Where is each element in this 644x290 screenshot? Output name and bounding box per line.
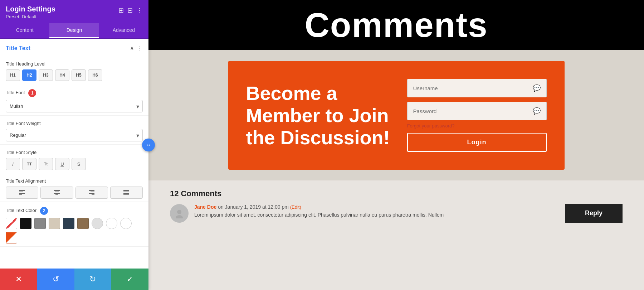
comment-author: Jane Doe	[194, 204, 216, 210]
tab-advanced[interactable]: Advanced	[99, 23, 148, 38]
svg-rect-14	[123, 193, 129, 194]
style-buttons: I TT Tt U S	[6, 158, 143, 170]
svg-rect-1	[19, 192, 23, 192]
username-icon: 💬	[533, 84, 541, 92]
comment-row: Jane Doe on January 1, 2019 at 12:00 pm …	[170, 204, 623, 223]
swatch-dark-blue[interactable]	[63, 218, 74, 229]
password-field-wrapper: 💬	[407, 102, 547, 120]
text-align-group: Title Text Alignment	[0, 173, 148, 202]
swatch-light-gray[interactable]	[92, 218, 103, 229]
avatar	[170, 204, 189, 223]
confirm-button[interactable]: ✓	[111, 269, 148, 290]
hero-section: Comments	[148, 0, 644, 50]
font-weight-select-wrapper: Regular Bold Light Medium SemiBold	[6, 129, 143, 141]
tab-design[interactable]: Design	[49, 23, 99, 38]
panel-bottom: ✕ ↺ ↻ ✓	[0, 269, 148, 290]
expand-icon[interactable]: ⊞	[118, 6, 124, 14]
swatch-black[interactable]	[20, 218, 31, 229]
align-center-btn[interactable]	[40, 187, 73, 199]
swatch-transparent[interactable]	[6, 218, 17, 229]
swatch-off-white[interactable]	[106, 218, 117, 229]
redo-button[interactable]: ↻	[74, 269, 112, 290]
bold-caps-btn[interactable]: TT	[22, 158, 36, 170]
section-title: Title Text	[6, 45, 30, 52]
columns-icon[interactable]: ⊟	[127, 6, 133, 14]
svg-rect-3	[19, 194, 22, 195]
panel-header-left: Login Settings Preset: Default	[6, 5, 55, 19]
comment-body: Jane Doe on January 1, 2019 at 12:00 pm …	[194, 204, 601, 219]
panel-title: Login Settings	[6, 5, 55, 13]
text-color-group: Title Text Color 2	[0, 202, 148, 247]
cancel-button[interactable]: ✕	[0, 269, 37, 290]
comment-text: Lorem ipsum dolor sit amet, consectetur …	[194, 211, 601, 219]
comment-edit-link[interactable]: (Edit)	[290, 204, 301, 210]
hero-title: Comments	[304, 5, 488, 45]
svg-rect-4	[54, 190, 60, 191]
login-button[interactable]: Login	[407, 133, 547, 152]
panel-header: Login Settings Preset: Default ⊞ ⊟ ⋮	[0, 0, 148, 23]
swatch-brown[interactable]	[77, 218, 89, 229]
forgot-password-link[interactable]: Forgot your password?	[407, 123, 547, 129]
login-section: Become a Member to Join the Discussion! …	[148, 50, 644, 180]
reply-button[interactable]: Reply	[565, 204, 623, 223]
font-select[interactable]: Mulish Roboto Open Sans Lato Montserrat	[6, 100, 143, 112]
heading-h2-btn[interactable]: H2	[22, 69, 36, 81]
svg-rect-7	[55, 194, 58, 195]
font-style-group: Title Font Style I TT Tt U S	[0, 145, 148, 173]
italic-btn[interactable]: I	[6, 158, 20, 170]
username-input[interactable]	[413, 85, 533, 91]
swatch-tan[interactable]	[49, 218, 60, 229]
tab-content[interactable]: Content	[0, 23, 49, 38]
password-input[interactable]	[413, 108, 533, 114]
align-right-btn[interactable]	[75, 187, 108, 199]
font-badge: 1	[28, 89, 36, 97]
font-weight-label: Title Font Weight	[6, 121, 143, 126]
heading-h1-btn[interactable]: H1	[6, 69, 20, 81]
username-field-wrapper: 💬	[407, 79, 547, 97]
title-case-btn[interactable]: Tt	[39, 158, 53, 170]
login-card: Become a Member to Join the Discussion! …	[228, 61, 565, 170]
svg-point-17	[176, 215, 183, 218]
swatch-pencil[interactable]	[6, 232, 17, 243]
panel-preset: Preset: Default	[6, 14, 55, 19]
comment-meta-text: on January 1, 2019 at 12:00 pm	[218, 204, 289, 210]
svg-point-16	[177, 210, 181, 214]
heading-level-group: Title Heading Level H1 H2 H3 H4 H5 H6	[0, 56, 148, 84]
align-left-btn[interactable]	[6, 187, 38, 199]
section-more-icon[interactable]: ⋮	[137, 45, 143, 52]
collapse-icon[interactable]: ∧	[130, 45, 134, 52]
heading-level-label: Title Heading Level	[6, 61, 143, 67]
color-badge: 2	[40, 207, 48, 215]
reset-button[interactable]: ↺	[37, 269, 74, 290]
login-promo-text: Become a Member to Join the Discussion!	[246, 82, 396, 149]
svg-rect-0	[19, 190, 25, 191]
section-header: Title Text ∧ ⋮	[0, 39, 148, 56]
svg-rect-15	[123, 194, 129, 195]
right-panel: Comments Become a Member to Join the Dis…	[148, 0, 644, 290]
heading-h5-btn[interactable]: H5	[72, 69, 86, 81]
svg-rect-6	[54, 193, 60, 194]
login-form: 💬 💬 Forgot your password? Login	[407, 79, 547, 152]
font-weight-group: Title Font Weight Regular Bold Light Med…	[0, 116, 148, 145]
font-group: Title Font 1 Mulish Roboto Open Sans Lat…	[0, 84, 148, 116]
color-swatches	[6, 218, 143, 243]
heading-h3-btn[interactable]: H3	[39, 69, 53, 81]
svg-rect-12	[123, 190, 129, 191]
underline-btn[interactable]: U	[55, 158, 69, 170]
strikethrough-btn[interactable]: S	[72, 158, 86, 170]
swatch-gray[interactable]	[34, 218, 46, 229]
svg-rect-9	[91, 192, 94, 192]
svg-rect-5	[55, 192, 59, 192]
svg-rect-10	[89, 193, 94, 194]
swatch-white[interactable]	[120, 218, 132, 229]
password-icon: 💬	[533, 107, 541, 115]
panel-body: Title Text ∧ ⋮ Title Heading Level H1 H2…	[0, 39, 148, 290]
heading-h4-btn[interactable]: H4	[55, 69, 69, 81]
resize-handle[interactable]: ↔	[142, 139, 155, 151]
svg-rect-8	[89, 190, 94, 191]
heading-h6-btn[interactable]: H6	[88, 69, 102, 81]
font-weight-select[interactable]: Regular Bold Light Medium SemiBold	[6, 129, 143, 141]
more-vert-icon[interactable]: ⋮	[136, 6, 143, 14]
panel-tabs: Content Design Advanced	[0, 23, 148, 39]
align-justify-btn[interactable]	[110, 187, 143, 199]
